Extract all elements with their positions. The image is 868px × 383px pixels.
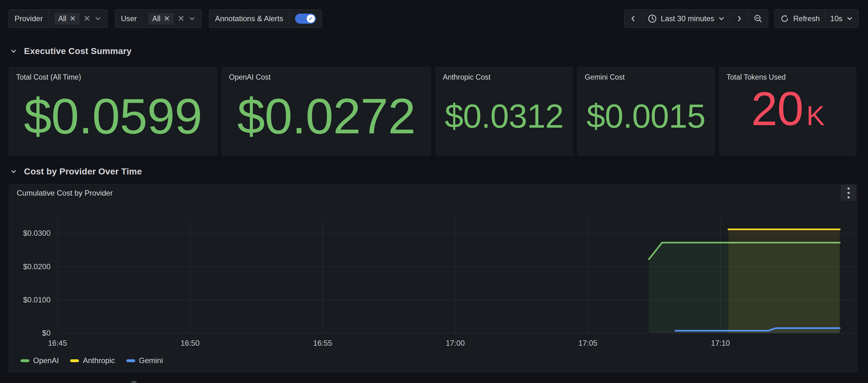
legend-item-anthropic[interactable]: Anthropic <box>70 356 115 365</box>
below-fold-panel-sliver <box>131 381 136 383</box>
time-shift-forward-button[interactable] <box>730 10 748 28</box>
section-cost-by-provider[interactable]: Cost by Provider Over Time <box>9 167 142 177</box>
refresh-icon <box>780 14 789 23</box>
legend-label: OpenAI <box>33 356 59 365</box>
legend-label: Anthropic <box>83 356 115 365</box>
svg-text:$0.0100: $0.0100 <box>23 295 51 304</box>
stat-panel-title: OpenAI Cost <box>222 67 431 82</box>
chevron-down-icon <box>846 15 853 22</box>
stat-value: $0.0599 <box>9 82 217 155</box>
annotations-control: Annotations & Alerts ✓ <box>209 9 322 28</box>
user-filter-value[interactable]: All ✕ ✕ <box>143 10 201 28</box>
stat-value: 20K <box>719 82 856 155</box>
section-title: Cost by Provider Over Time <box>24 167 142 177</box>
legend-swatch-icon <box>21 359 29 362</box>
time-series-chart[interactable]: 16:4516:5016:5517:0017:0517:10$0$0.0100$… <box>9 184 857 372</box>
svg-text:$0.0200: $0.0200 <box>23 262 51 271</box>
annotations-label: Annotations & Alerts <box>210 10 289 28</box>
provider-filter: Provider All ✕ ✕ <box>8 9 107 28</box>
stat-panel-anthropic-cost: Anthropic Cost $0.0312 <box>436 67 573 155</box>
chevron-left-icon <box>629 15 637 23</box>
time-range-label: Last 30 minutes <box>661 14 714 23</box>
stat-value: $0.0015 <box>578 82 714 155</box>
refresh-label: Refresh <box>793 14 820 23</box>
dashboard-toolbar: Provider All ✕ ✕ User All ✕ ✕ <box>8 9 859 28</box>
refresh-button[interactable]: Refresh <box>775 10 825 28</box>
section-title: Executive Cost Summary <box>24 46 132 56</box>
annotations-toggle[interactable]: ✓ <box>295 13 316 24</box>
stat-panel-title: Total Cost (All Time) <box>9 67 217 82</box>
clock-icon <box>648 14 657 23</box>
legend-label: Gemini <box>139 356 163 365</box>
provider-clear-icon[interactable]: ✕ <box>83 14 91 23</box>
provider-chip-remove-icon[interactable]: ✕ <box>69 15 76 23</box>
user-filter: User All ✕ ✕ <box>115 9 202 28</box>
svg-text:17:00: 17:00 <box>446 339 465 347</box>
svg-text:16:55: 16:55 <box>313 339 332 347</box>
toggle-check-icon: ✓ <box>307 14 315 23</box>
legend-item-gemini[interactable]: Gemini <box>126 356 163 365</box>
provider-chip-all[interactable]: All ✕ <box>54 13 80 25</box>
provider-filter-value[interactable]: All ✕ ✕ <box>48 10 107 28</box>
stat-panel-title: Gemini Cost <box>578 67 714 82</box>
svg-text:$0.0300: $0.0300 <box>23 229 51 237</box>
user-filter-label: User <box>115 10 143 28</box>
stat-panel-total-cost: Total Cost (All Time) $0.0599 <box>9 67 217 155</box>
refresh-group: Refresh 10s <box>775 9 859 28</box>
stat-panel-total-tokens: Total Tokens Used 20K <box>719 67 856 155</box>
user-chip-remove-icon[interactable]: ✕ <box>164 15 170 23</box>
stat-panel-openai-cost: OpenAI Cost $0.0272 <box>222 67 431 155</box>
stat-panel-title: Anthropic Cost <box>436 67 572 82</box>
cumulative-cost-chart-panel: Cumulative Cost by Provider 16:4516:5016… <box>9 184 857 372</box>
refresh-interval-picker[interactable]: 10s <box>825 10 858 28</box>
legend-swatch-icon <box>126 359 135 362</box>
user-chip-all[interactable]: All ✕ <box>149 13 174 25</box>
chevron-down-icon[interactable] <box>94 15 101 22</box>
section-executive-cost-summary[interactable]: Executive Cost Summary <box>9 46 132 56</box>
svg-text:16:45: 16:45 <box>48 339 67 347</box>
svg-text:17:05: 17:05 <box>578 339 597 347</box>
annotations-toggle-wrap: ✓ <box>289 10 321 28</box>
stat-value: $0.0272 <box>222 82 431 155</box>
grafana-dashboard: { "toolbar": { "filters": [ { "label": "… <box>0 0 868 383</box>
zoom-out-button[interactable] <box>748 10 768 28</box>
stat-panels-row: Total Cost (All Time) $0.0599 OpenAI Cos… <box>9 67 856 155</box>
refresh-interval-value: 10s <box>830 14 842 23</box>
zoom-out-icon <box>753 14 763 23</box>
time-range-picker[interactable]: Last 30 minutes <box>642 10 730 28</box>
chevron-down-icon <box>9 168 18 176</box>
svg-text:$0: $0 <box>42 329 51 337</box>
legend-item-openai[interactable]: OpenAI <box>21 356 59 365</box>
chart-legend: OpenAIAnthropicGemini <box>21 356 163 365</box>
svg-text:17:10: 17:10 <box>711 339 730 347</box>
stat-panel-title: Total Tokens Used <box>719 67 856 82</box>
svg-text:16:50: 16:50 <box>181 339 199 347</box>
chevron-right-icon <box>735 15 743 23</box>
stat-value: $0.0312 <box>436 82 572 155</box>
user-clear-icon[interactable]: ✕ <box>178 14 185 23</box>
stat-panel-gemini-cost: Gemini Cost $0.0015 <box>578 67 714 155</box>
legend-swatch-icon <box>70 359 79 362</box>
chevron-down-icon <box>718 15 725 22</box>
time-shift-back-button[interactable] <box>624 10 642 28</box>
chevron-down-icon <box>9 47 18 55</box>
provider-filter-label: Provider <box>9 10 48 28</box>
chevron-down-icon[interactable] <box>189 15 195 22</box>
time-picker-group: Last 30 minutes <box>624 9 768 28</box>
